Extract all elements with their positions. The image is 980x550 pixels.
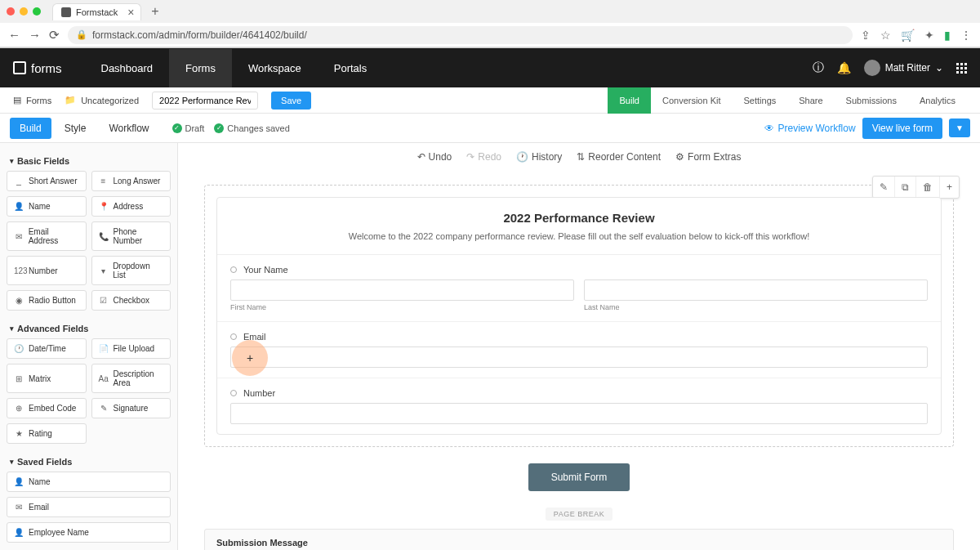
field-icon: ▾ <box>99 266 109 275</box>
advanced-field-matrix[interactable]: ⊞Matrix <box>7 364 87 393</box>
reload-icon[interactable]: ⟳ <box>49 28 60 42</box>
field-item-label: Dropdown List <box>113 262 163 279</box>
basic-fields-header[interactable]: Basic Fields <box>7 151 171 171</box>
menu-icon[interactable]: ⋮ <box>960 29 972 42</box>
basic-field-radio-button[interactable]: ◉Radio Button <box>7 290 87 311</box>
tab-share[interactable]: Share <box>787 87 834 114</box>
number-field-block[interactable]: Number <box>217 378 941 434</box>
field-toggle[interactable] <box>230 390 237 396</box>
submit-button[interactable]: Submit Form <box>528 463 630 491</box>
save-button[interactable]: Save <box>271 92 311 110</box>
field-toggle[interactable] <box>230 266 237 273</box>
field-label: Email <box>243 332 266 342</box>
tab-title: Formstack <box>76 7 118 17</box>
history-button[interactable]: 🕐 History <box>516 151 562 163</box>
notifications-icon[interactable]: 🔔 <box>837 61 851 74</box>
extension2-icon[interactable]: ▮ <box>944 29 951 42</box>
form-title: 2022 Performance Review <box>230 211 928 225</box>
undo-button[interactable]: ↶ Undo <box>417 151 452 163</box>
extension-icon[interactable]: ✦ <box>924 29 934 42</box>
forward-icon[interactable]: → <box>29 28 41 42</box>
basic-field-phone-number[interactable]: 📞Phone Number <box>91 221 172 251</box>
nav-workspace[interactable]: Workspace <box>232 49 318 87</box>
new-tab-button[interactable]: + <box>146 4 163 19</box>
basic-field-address[interactable]: 📍Address <box>91 196 172 217</box>
redo-button[interactable]: ↷ Redo <box>466 151 501 163</box>
submission-message[interactable]: Submission Message <box>204 529 954 550</box>
basic-field-long-answer[interactable]: ≡Long Answer <box>91 171 172 191</box>
nav-portals[interactable]: Portals <box>318 49 383 87</box>
field-icon: 👤 <box>14 202 24 211</box>
advanced-field-signature[interactable]: ✎Signature <box>91 398 172 418</box>
subtab-workflow[interactable]: Workflow <box>99 118 158 139</box>
advanced-field-rating[interactable]: ★Rating <box>7 423 87 444</box>
field-icon: 🕐 <box>14 344 24 353</box>
help-icon[interactable]: ⓘ <box>813 60 824 75</box>
basic-field-email-address[interactable]: ✉Email Address <box>7 221 87 251</box>
basic-field-number[interactable]: 123Number <box>7 256 87 285</box>
advanced-field-date/time[interactable]: 🕐Date/Time <box>7 338 87 359</box>
window-controls[interactable] <box>7 7 41 16</box>
basic-field-short-answer[interactable]: ⎯Short Answer <box>7 171 87 191</box>
advanced-field-description-area[interactable]: AaDescription Area <box>91 364 172 393</box>
saved-field-employee-name[interactable]: 👤Employee Name <box>7 522 171 543</box>
subtab-style[interactable]: Style <box>55 118 96 139</box>
nav-dashboard[interactable]: Dashboard <box>85 49 170 87</box>
crumb-category[interactable]: 📁 Uncategorized <box>65 95 139 105</box>
browser-tab[interactable]: Formstack × <box>52 3 141 20</box>
duplicate-icon[interactable]: ⧉ <box>895 177 916 198</box>
tab-settings[interactable]: Settings <box>733 87 788 114</box>
view-live-button[interactable]: View live form <box>862 118 942 139</box>
user-menu[interactable]: Matt Ritter ⌄ <box>864 60 943 76</box>
saved-field-name[interactable]: 👤Name <box>7 472 171 492</box>
field-icon: Aa <box>99 374 109 383</box>
basic-field-dropdown-list[interactable]: ▾Dropdown List <box>91 256 172 285</box>
first-name-input[interactable] <box>230 279 574 301</box>
field-item-label: Checkbox <box>114 296 149 305</box>
form-name-input[interactable] <box>152 92 258 110</box>
cart-icon[interactable]: 🛒 <box>901 29 915 42</box>
reorder-button[interactable]: ⇅ Reorder Content <box>577 151 661 163</box>
advanced-field-file-upload[interactable]: 📄File Upload <box>91 338 172 359</box>
nav-forms[interactable]: Forms <box>169 49 232 87</box>
tab-conversion[interactable]: Conversion Kit <box>651 87 733 114</box>
email-input[interactable] <box>230 347 928 368</box>
subtab-build[interactable]: Build <box>10 118 51 139</box>
tab-submissions[interactable]: Submissions <box>835 87 908 114</box>
field-icon: ★ <box>14 429 24 438</box>
field-item-label: Rating <box>29 429 52 438</box>
share-icon[interactable]: ⇪ <box>861 29 871 42</box>
field-toggle[interactable] <box>230 333 237 340</box>
email-field-block[interactable]: Email + <box>217 322 941 378</box>
delete-icon[interactable]: 🗑 <box>916 177 940 198</box>
extras-button[interactable]: ⚙ Form Extras <box>675 151 741 163</box>
preview-workflow-link[interactable]: 👁 Preview Workflow <box>764 123 855 134</box>
name-field-block[interactable]: Your Name First Name Last Name <box>217 255 941 322</box>
tab-analytics[interactable]: Analytics <box>908 87 967 114</box>
basic-field-name[interactable]: 👤Name <box>7 196 87 217</box>
brand[interactable]: forms <box>13 61 62 75</box>
number-input[interactable] <box>230 403 928 424</box>
back-icon[interactable]: ← <box>8 28 20 42</box>
field-icon: 👤 <box>14 477 24 486</box>
url-bar[interactable]: 🔒 formstack.com/admin/form/builder/46414… <box>68 26 853 44</box>
tab-build[interactable]: Build <box>608 87 650 114</box>
crumb-forms[interactable]: ▤ Forms <box>13 95 51 105</box>
basic-field-checkbox[interactable]: ☑Checkbox <box>91 290 172 311</box>
close-icon[interactable]: × <box>127 6 134 19</box>
form-section[interactable]: 2022 Performance Review Welcome to the 2… <box>216 197 942 435</box>
advanced-field-embed-code[interactable]: ⊕Embed Code <box>7 398 87 418</box>
field-item-label: Email <box>29 503 49 512</box>
page-break[interactable]: PAGE BREAK <box>546 508 612 521</box>
view-live-dropdown[interactable]: ▼ <box>949 118 970 137</box>
edit-icon[interactable]: ✎ <box>873 177 895 198</box>
star-icon[interactable]: ☆ <box>880 29 891 42</box>
apps-icon[interactable] <box>956 63 967 74</box>
advanced-fields-header[interactable]: Advanced Fields <box>7 319 171 338</box>
last-name-input[interactable] <box>584 279 928 301</box>
field-icon: 👤 <box>14 528 24 537</box>
first-name-label: First Name <box>230 303 574 311</box>
saved-field-email[interactable]: ✉Email <box>7 497 171 517</box>
add-icon[interactable]: + <box>940 177 959 198</box>
saved-fields-header[interactable]: Saved Fields <box>7 452 171 472</box>
